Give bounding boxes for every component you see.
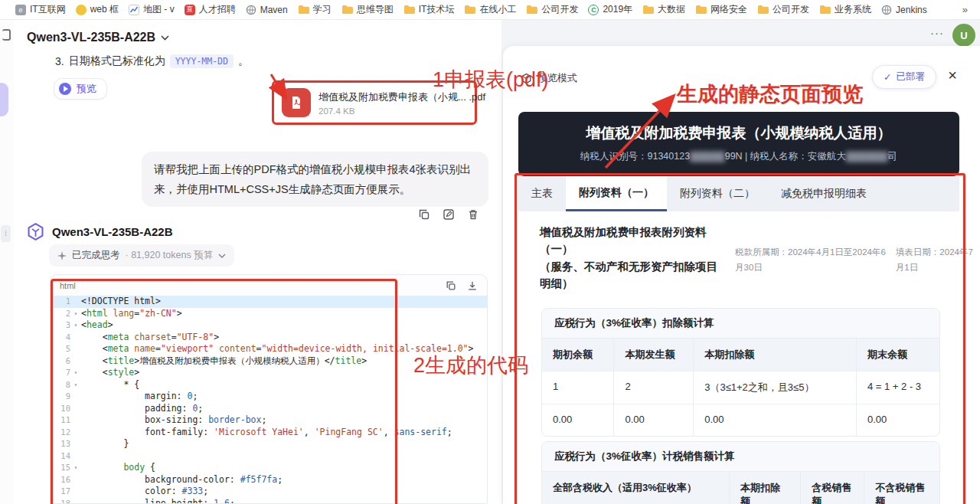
folder-icon: [526, 5, 537, 15]
pdf-file-icon: [282, 88, 311, 117]
folder-icon: [642, 5, 654, 15]
code-line: 13 }: [51, 438, 487, 450]
preview-run-button[interactable]: 预览: [54, 78, 107, 100]
avatar[interactable]: U: [952, 24, 975, 47]
bookmark-label: Jenkins: [896, 5, 927, 15]
bookmark-label: 人才招聘: [199, 3, 236, 16]
bookmark-label: 地图 - v: [143, 3, 175, 16]
code-line: 3▾<head>: [51, 319, 487, 332]
preview-panel: 预览模式 ✓ 已部署 × 增值税及附加税费申报表（小规模纳税人适用） 纳税人识别…: [503, 46, 980, 504]
bookmark-label: 公司开发: [773, 3, 809, 16]
bookmark-label: 思维导图: [357, 3, 394, 16]
bookmark-label: 公司开发: [541, 3, 578, 16]
left-rail: ⁞: [0, 20, 14, 504]
folder-icon: [819, 5, 831, 15]
sales-table: 应税行为（3%征收率）计税销售额计算 全部含税收入（适用3%征收率）本期扣除额含…: [541, 441, 940, 504]
chart-icon: [129, 5, 139, 15]
bookmark-item[interactable]: 思维导图: [341, 3, 394, 16]
table-cell: 0.00: [542, 404, 613, 436]
deployed-button[interactable]: ✓ 已部署: [872, 65, 936, 89]
bookmark-item[interactable]: 在线小工: [464, 3, 516, 16]
tab-appendix-2[interactable]: 附列资料（二）: [667, 176, 768, 211]
assistant-note-line: 3. 日期格式已标准化为 YYYY-MM-DD 。: [55, 54, 249, 68]
panel-icon[interactable]: [2, 29, 11, 41]
close-icon[interactable]: ×: [948, 67, 957, 84]
bookmark-item[interactable]: IT技术坛: [403, 3, 455, 16]
more-menu-icon[interactable]: ···: [930, 26, 944, 39]
table-cell: 0.00: [693, 404, 856, 436]
code-line: 10 padding: 0;: [51, 403, 487, 415]
folder-icon: [464, 5, 475, 15]
bookmark-label: IT技术坛: [419, 3, 455, 16]
bookmark-label: IT互联网: [30, 3, 66, 16]
taxpayer-name-label: 纳税人名称：: [750, 151, 808, 162]
copy-code-icon[interactable]: [446, 280, 456, 291]
copy-icon[interactable]: [418, 208, 430, 221]
download-code-icon[interactable]: [467, 280, 478, 291]
code-line: 9 margin: 0;: [51, 391, 487, 403]
model-selector[interactable]: Qwen3-VL-235B-A22B: [27, 31, 169, 44]
bookmark-item[interactable]: 公司开发: [526, 3, 578, 16]
column-header: 不含税销售额: [864, 472, 939, 504]
tax-period: 税款所属期：2024年4月1日至2024年6 月30日: [735, 245, 886, 293]
bookmark-label: Maven: [260, 5, 288, 15]
delete-icon[interactable]: [467, 208, 479, 221]
taxpayer-name-tail: 司: [888, 151, 898, 162]
check-icon: ✓: [884, 71, 891, 83]
assistant-name: Qwen3-VL-235B-A22B: [52, 225, 173, 238]
code-line: 14: [51, 450, 487, 463]
bookmark-item[interactable]: eIT互联网: [15, 3, 66, 16]
column-header: 期初余额: [542, 339, 613, 371]
taxpayer-id: 91340123: [647, 151, 690, 162]
code-language-label: html: [60, 281, 76, 290]
bookmarks-overflow-chevron[interactable]: »: [962, 4, 968, 15]
site-icon: e: [15, 5, 26, 15]
bookmark-item[interactable]: Maven: [246, 5, 288, 15]
bookmark-label: 大数据: [658, 3, 685, 16]
bookmark-item[interactable]: 学习: [298, 3, 332, 16]
user-message-bubble: 请帮我把上面上传的PDF格式的增值税小规模申报表4张表识别出来，并使用HTML+…: [142, 152, 488, 207]
thinking-tokens: · 81,920 tokens 预算: [126, 249, 214, 262]
rail-highlight[interactable]: [0, 83, 8, 116]
bookmark-item[interactable]: 网络安全: [695, 3, 747, 16]
column-header: 期末余额: [856, 339, 939, 371]
bookmark-item[interactable]: 直人才招聘: [185, 3, 236, 16]
column-header: 全部含税收入（适用3%征收率）: [542, 472, 729, 504]
bookmark-item[interactable]: 公司开发: [757, 3, 809, 16]
assistant-header: Qwen3-VL-235B-A22B: [26, 222, 173, 241]
annotation-label-preview: 生成的静态页面预览: [677, 80, 863, 108]
bookmark-item[interactable]: 业务系统: [819, 3, 871, 16]
table-caption: 应税行为（3%征收率）扣除额计算: [542, 309, 939, 339]
chevron-down-icon: [218, 254, 226, 258]
deduction-table: 应税行为（3%征收率）扣除额计算 期初余额本期发生额本期扣除额期末余额123（3…: [541, 308, 940, 437]
edit-icon[interactable]: [443, 208, 455, 221]
taxpayer-name-masked: ▓▓▓▓▓▓: [846, 151, 888, 162]
bookmark-item[interactable]: 地图 - v: [129, 3, 175, 16]
bookmark-label: 业务系统: [835, 3, 871, 16]
note-index: 3.: [55, 55, 64, 67]
table-cell: 0.00: [613, 404, 693, 436]
code-line: 11 box-sizing: border-box;: [51, 414, 487, 427]
bookmark-label: 学习: [313, 3, 332, 16]
tab-reduction-detail[interactable]: 减免税申报明细表: [768, 176, 880, 211]
bookmark-item[interactable]: C2019年: [588, 3, 632, 16]
separator: |: [743, 151, 750, 162]
drag-handle-icon[interactable]: ⁞: [1, 225, 11, 242]
globe-icon: [881, 5, 892, 15]
annotation-label-code: 2生成的代码: [413, 352, 528, 379]
bookmark-item[interactable]: 大数据: [642, 3, 685, 16]
folder-icon: [403, 5, 415, 15]
taxpayer-id-tail: 99N: [725, 151, 743, 162]
tab-appendix-1[interactable]: 附列资料（一）: [566, 176, 667, 211]
column-header: 本期扣除额: [729, 472, 800, 504]
tab-main-sheet[interactable]: 主表: [518, 176, 566, 211]
annotation-label-pdf: 1申报表(pdf): [433, 66, 549, 93]
bookmark-item[interactable]: web 框: [76, 3, 119, 16]
bookmark-item[interactable]: Jenkins: [881, 5, 927, 15]
column-header: 含税销售额: [800, 472, 864, 504]
code-line: 12 font-family: 'Microsoft YaHei', 'Ping…: [51, 427, 487, 439]
thinking-status-pill[interactable]: 已完成思考 · 81,920 tokens 预算: [49, 244, 234, 267]
code-line: 18 line-height: 1.6;: [51, 498, 487, 504]
thinking-status: 已完成思考: [72, 249, 120, 262]
column-header: 本期扣除额: [693, 339, 856, 371]
